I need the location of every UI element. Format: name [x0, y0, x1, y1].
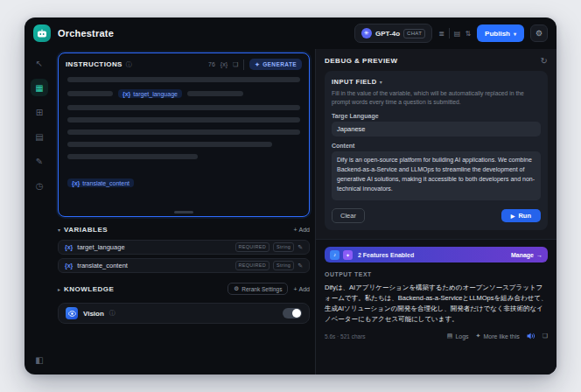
divider: [243, 60, 244, 70]
variables-section: ▾ VARIABLES +Add {x} target_language REQ…: [58, 222, 310, 273]
knowledge-title: KNOWLEDGE: [64, 285, 114, 293]
input-field-description: Fill in the value of the variable, which…: [332, 89, 541, 107]
settings-sliders-icon[interactable]: ≣: [438, 30, 444, 38]
insert-variable-icon[interactable]: {x}: [220, 61, 228, 67]
info-icon[interactable]: ⓘ: [126, 60, 132, 69]
page-title: Orchestrate: [58, 28, 114, 38]
eye-icon: [66, 307, 78, 319]
chevron-right-icon[interactable]: ▸: [58, 286, 60, 292]
arrow-right-icon: →: [536, 252, 542, 258]
model-selector[interactable]: ✳ GPT-4o CHAT: [354, 24, 432, 43]
variable-chip-translate-content: {x}translate_content: [67, 178, 134, 187]
plus-icon: +: [293, 227, 297, 233]
more-like-this-button[interactable]: ✦More like this: [476, 332, 520, 340]
sparkle-icon: ✦: [255, 61, 260, 68]
vision-section: Vision ⓘ: [58, 303, 310, 324]
vision-label: Vision: [83, 310, 104, 318]
target-language-label: Targe Language: [332, 113, 541, 119]
logs-icon: ▤: [447, 332, 453, 340]
output-text-title: OUTPUT TEXT: [325, 271, 548, 277]
sparkle-icon: ✦: [476, 332, 481, 340]
knowledge-section: ▸ KNOWLEDGE ⚙Rerank Settings +Add: [58, 282, 310, 296]
left-nav-rail: ↖ ▦ ⊞ ▤ ✎ ◷ ◧: [24, 49, 54, 374]
clear-button[interactable]: Clear: [332, 208, 365, 223]
app-window: Orchestrate ✳ GPT-4o CHAT ≣ ▤ ⇅ Publish▾…: [24, 18, 556, 374]
gear-icon: ⚙: [536, 29, 542, 38]
model-name: GPT-4o: [375, 30, 400, 38]
output-text: Difyは、AIアプリケーションを構築するためのオープンソースプラットフォームで…: [325, 283, 548, 325]
sidebar-item-api[interactable]: ▤: [31, 128, 48, 145]
variables-title: VARIABLES: [64, 226, 108, 234]
add-variable-button[interactable]: +Add: [293, 227, 310, 233]
content-textarea[interactable]: Dify is an open-source platform for buil…: [332, 151, 541, 200]
sidebar-item-annotations[interactable]: ✎: [31, 152, 48, 170]
text-to-speech-feature-icon: ♪: [330, 250, 340, 260]
resize-handle[interactable]: [174, 211, 193, 214]
generate-button[interactable]: ✦GENERATE: [249, 59, 302, 70]
sidebar-item-orchestrate[interactable]: ▦: [31, 79, 48, 96]
model-mode-badge: CHAT: [403, 29, 425, 38]
debug-title: DEBUG & PREVIEW: [325, 57, 398, 65]
instructions-title: INSTRUCTIONS: [66, 60, 122, 68]
prompt-editor[interactable]: {x}target_language {x}translate_content: [59, 74, 309, 187]
logs-button[interactable]: ▤Logs: [447, 332, 469, 340]
chevron-down-icon[interactable]: ▾: [58, 227, 60, 233]
more-like-this-feature-icon: ✦: [343, 250, 353, 260]
rerank-settings-button[interactable]: ⚙Rerank Settings: [228, 283, 288, 295]
output-meta: 5.6s · 521 chars: [325, 333, 366, 340]
input-field-card: INPUT FIELD ▾ Fill in the value of the v…: [325, 71, 548, 230]
char-count: 76: [208, 61, 215, 67]
chevron-down-icon: ▾: [380, 79, 382, 85]
debug-preview-panel: DEBUG & PREVIEW ↻ INPUT FIELD ▾ Fill in …: [315, 49, 556, 374]
vision-toggle[interactable]: [283, 308, 302, 318]
add-knowledge-button[interactable]: +Add: [293, 286, 310, 292]
edit-icon[interactable]: ✎: [298, 244, 303, 251]
plus-icon: +: [293, 286, 297, 292]
variable-row-translate-content[interactable]: {x} translate_content REQUIRED String ✎: [58, 258, 310, 273]
chevron-down-icon: ▾: [514, 31, 516, 37]
play-icon: ▶: [511, 213, 515, 219]
features-enabled-label: 2 Features Enabled: [358, 252, 414, 258]
settings-button[interactable]: ⚙: [530, 24, 548, 42]
required-badge: REQUIRED: [235, 242, 270, 252]
edit-icon[interactable]: ✎: [298, 262, 303, 270]
publish-button[interactable]: Publish▾: [477, 24, 524, 42]
sidebar-item-history[interactable]: ◷: [31, 177, 48, 194]
output-zone: ♪ ✦ 2 Features Enabled Manage→ OUTPUT TE…: [316, 239, 556, 374]
back-icon[interactable]: ↖: [31, 54, 48, 72]
speaker-icon[interactable]: [527, 332, 536, 340]
info-icon[interactable]: ⓘ: [109, 309, 116, 318]
manage-features-button[interactable]: Manage→: [511, 252, 542, 258]
sliders-icon: ⚙: [234, 285, 239, 292]
copy-icon[interactable]: ❏: [542, 332, 548, 340]
required-badge: REQUIRED: [235, 261, 270, 270]
divider: [449, 28, 450, 38]
type-badge[interactable]: String: [273, 261, 294, 270]
variable-chip-target-language: {x}target_language: [118, 89, 182, 98]
collapse-panel-icon[interactable]: ◧: [31, 351, 48, 368]
refresh-icon[interactable]: ↻: [541, 56, 548, 66]
copy-icon[interactable]: ❏: [233, 61, 238, 68]
type-badge[interactable]: String: [273, 242, 294, 252]
app-logo-robot-icon: [33, 24, 51, 42]
run-button[interactable]: ▶Run: [501, 209, 541, 222]
sidebar-item-preview[interactable]: ⊞: [31, 103, 48, 121]
variable-token-icon: {x}: [65, 244, 73, 250]
variable-token-icon: {x}: [65, 262, 73, 269]
prompt-log-icon[interactable]: ▤: [454, 30, 461, 38]
target-language-input[interactable]: Japanese: [332, 122, 541, 136]
instructions-panel: INSTRUCTIONS ⓘ 76 {x} ❏ ✦GENERATE {x}tar…: [58, 52, 310, 217]
model-provider-icon: ✳: [361, 28, 372, 38]
content-label: Content: [332, 143, 541, 149]
top-bar: Orchestrate ✳ GPT-4o CHAT ≣ ▤ ⇅ Publish▾…: [24, 18, 556, 49]
features-bar[interactable]: ♪ ✦ 2 Features Enabled Manage→: [325, 247, 548, 262]
sync-icon[interactable]: ⇅: [465, 30, 471, 38]
variable-row-target-language[interactable]: {x} target_language REQUIRED String ✎: [58, 240, 310, 255]
input-field-collapse[interactable]: INPUT FIELD ▾: [332, 78, 541, 86]
